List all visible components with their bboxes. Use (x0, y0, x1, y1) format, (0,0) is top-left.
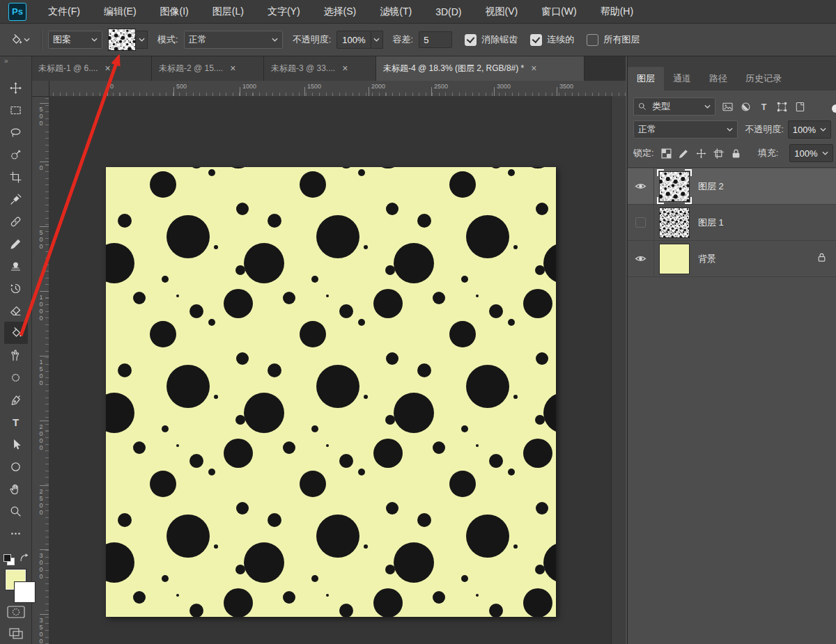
menu-layer[interactable]: 图层(L) (201, 0, 256, 23)
visibility-toggle[interactable] (628, 205, 654, 240)
edit-toolbar[interactable] (4, 522, 28, 544)
layer-name[interactable]: 背景 (698, 253, 716, 265)
close-icon[interactable]: × (229, 63, 237, 74)
eyedropper-tool[interactable] (4, 188, 28, 210)
filter-type-dropdown[interactable]: 类型 (633, 97, 715, 116)
filter-pixel-layers-icon[interactable] (722, 101, 734, 113)
swap-colors-icon[interactable] (19, 553, 29, 562)
type-tool[interactable]: T (4, 411, 28, 433)
menu-image[interactable]: 图像(I) (148, 0, 201, 23)
doc-tab-1[interactable]: 未标题-1 @ 6.... × (31, 56, 152, 81)
layer-name[interactable]: 图层 2 (698, 180, 724, 193)
smudge-tool[interactable] (4, 344, 28, 366)
layer-thumbnail[interactable] (659, 244, 690, 274)
lock-all-icon[interactable] (731, 148, 741, 159)
zoom-tool[interactable] (4, 500, 28, 522)
close-icon[interactable]: × (529, 63, 538, 74)
contiguous-checkbox-group[interactable]: 连续的 (530, 33, 574, 46)
quick-selection-tool[interactable] (4, 143, 28, 166)
layer-row-layer1[interactable]: 图层 1 (628, 205, 836, 241)
history-brush-tool[interactable] (4, 277, 28, 299)
background-color-swatch[interactable] (15, 582, 35, 602)
chevron-down-icon (91, 38, 98, 42)
opacity-chevron[interactable] (371, 31, 383, 49)
document-tab-strip: 未标题-1 @ 6.... × 未标题-2 @ 15.... × 未标题-3 @… (31, 56, 626, 81)
menu-window[interactable]: 窗口(W) (529, 0, 589, 23)
smudge-icon (10, 350, 22, 361)
layer-opacity-value[interactable]: 100% (788, 120, 831, 139)
filter-type-layers-icon[interactable]: T (758, 101, 770, 113)
opacity-label: 不透明度: (293, 33, 332, 46)
all-layers-checkbox-group[interactable]: 所有图层 (587, 33, 640, 46)
shape-tool[interactable] (4, 455, 28, 478)
vertical-scrollbar[interactable] (611, 96, 626, 644)
pattern-picker-chevron[interactable] (136, 31, 148, 49)
anti-alias-checkbox[interactable] (465, 34, 477, 46)
visibility-toggle[interactable] (628, 241, 654, 276)
layer-row-background[interactable]: 背景 (628, 241, 836, 277)
lock-position-icon[interactable] (696, 148, 706, 159)
tool-preset-picker[interactable] (0, 34, 36, 46)
pattern-swatch[interactable] (108, 29, 136, 51)
menu-filter[interactable]: 滤镜(T) (368, 0, 424, 23)
clone-stamp-tool[interactable] (4, 255, 28, 277)
horizontal-ruler[interactable]: 000500100015002000250030003500 (31, 81, 626, 97)
brush-tool[interactable] (4, 233, 28, 255)
lock-artboard-icon[interactable] (713, 148, 724, 159)
mode-dropdown[interactable]: 正常 (184, 31, 283, 49)
doc-tab-3[interactable]: 未标题-3 @ 33.... × (264, 56, 376, 81)
lock-transparent-pixels-icon[interactable] (661, 148, 672, 159)
filter-smart-object-icon[interactable] (794, 101, 806, 113)
menu-help[interactable]: 帮助(H) (589, 0, 645, 23)
marquee-tool[interactable] (4, 99, 28, 121)
path-selection-tool[interactable] (4, 433, 28, 455)
lasso-tool[interactable] (4, 121, 28, 143)
filter-toggle[interactable] (832, 104, 836, 113)
vertical-ruler[interactable]: 5 0 005 0 01 0 0 01 5 0 02 0 0 02 5 0 03… (31, 96, 49, 644)
opacity-value[interactable]: 100% (336, 31, 371, 49)
move-tool[interactable] (4, 77, 28, 99)
quick-mask-icon[interactable] (7, 606, 25, 618)
menu-file[interactable]: 文件(F) (36, 0, 92, 23)
doc-tab-2[interactable]: 未标题-2 @ 15.... × (152, 56, 264, 81)
lock-image-pixels-icon[interactable] (679, 148, 689, 159)
fill-value[interactable]: 100% (789, 144, 833, 162)
blend-mode-dropdown[interactable]: 正常 (633, 120, 738, 139)
paint-bucket-tool[interactable] (4, 322, 28, 344)
hand-tool[interactable] (4, 478, 28, 500)
visibility-toggle[interactable] (628, 168, 654, 204)
tab-channels[interactable]: 通道 (664, 67, 700, 91)
filter-adjustment-layers-icon[interactable] (740, 101, 752, 113)
close-icon[interactable]: × (104, 63, 112, 74)
contiguous-checkbox[interactable] (530, 34, 542, 46)
eraser-tool[interactable] (4, 299, 28, 322)
screen-mode-icon[interactable] (9, 628, 23, 639)
canvas[interactable] (106, 167, 556, 617)
menu-view[interactable]: 视图(V) (473, 0, 529, 23)
menu-edit[interactable]: 编辑(E) (92, 0, 148, 23)
crop-tool[interactable] (4, 166, 28, 188)
toolbar-collapse[interactable]: » (0, 56, 31, 67)
menu-select[interactable]: 选择(S) (312, 0, 369, 23)
all-layers-checkbox[interactable] (587, 34, 598, 46)
layer-row-layer2[interactable]: 图层 2 (628, 168, 836, 205)
doc-tab-4-active[interactable]: 未标题-4 @ 18.3% (图层 2, RGB/8#) * × (376, 56, 585, 81)
menu-3d[interactable]: 3D(D) (424, 0, 473, 23)
healing-brush-tool[interactable] (4, 210, 28, 233)
close-icon[interactable]: × (341, 63, 349, 74)
filter-shape-layers-icon[interactable] (776, 101, 788, 113)
anti-alias-checkbox-group[interactable]: 消除锯齿 (465, 33, 518, 46)
tab-layers[interactable]: 图层 (628, 67, 664, 91)
tab-paths[interactable]: 路径 (700, 67, 736, 91)
tolerance-input[interactable] (419, 31, 452, 48)
pasteboard (49, 96, 612, 644)
default-colors-icon[interactable] (3, 554, 15, 565)
menu-type[interactable]: 文字(Y) (256, 0, 312, 23)
layer-name[interactable]: 图层 1 (698, 217, 724, 229)
layer-thumbnail[interactable] (659, 207, 690, 238)
pen-tool[interactable] (4, 388, 28, 411)
dodge-tool[interactable] (4, 366, 28, 388)
layer-thumbnail[interactable] (659, 171, 690, 202)
tab-history[interactable]: 历史记录 (736, 67, 791, 91)
fill-source-dropdown[interactable]: 图案 (48, 31, 102, 49)
